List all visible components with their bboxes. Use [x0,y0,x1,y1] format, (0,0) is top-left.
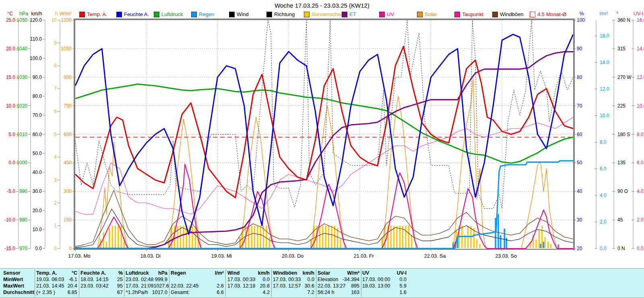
min-row: 17.03. 00:330.0 [273,277,314,283]
row-label-maxwert: MaxWert [3,283,34,289]
axis-tick-label: 25.0 [6,17,16,23]
sensor-header-text: Feuchte A. [80,270,106,276]
row-label-durchschnitt-text: Durchschnitt [3,290,34,296]
series-luftdruck-line [75,84,573,163]
axis-tick-label: 14.0 [637,46,644,52]
axis-tick-label: 10 [52,17,57,23]
max-row: 22.03. 22:452.6 [171,283,224,289]
weather-chart: °C25.020.015.010.05.00.0-5.0-10.0-15.0hP… [0,0,644,266]
axis-tick-label: 8 [54,63,57,68]
sensor-header-value: l/m² [215,270,224,276]
axis-tick-label: 0.0 [600,246,607,251]
max-row-value: 20.4 [68,283,77,289]
min-row-value: -34.394 [343,277,359,283]
axis-tick-label: 0.0 [35,246,42,251]
sensor-header-text: Windböen [273,270,297,276]
axis-tick-label: 1200 [61,17,72,23]
weather-week-chart-page: Woche 17.03.25 - 23.03.25 (KW12) Temp. A… [0,0,644,298]
axis-tick-label: 40.0 [33,170,42,175]
avg-row-value: 6.6 [217,290,224,296]
day-label: 20.03. Do [282,253,303,259]
axis-tick-label: -5.0 [7,188,15,194]
max-row: 23.03. 03:4295 [80,283,123,289]
axis-tick-label: 2 [54,200,57,206]
axis-tick-label: 360 N [617,17,630,23]
avg-row-value: 67 [117,290,123,296]
min-row-text: 17.03. 00:33 [227,277,256,283]
max-row-value: 1027.6 [154,283,169,289]
max-row-text: 22.03. 22:45 [171,283,199,289]
min-row: Elevation-34.394 [318,277,359,283]
axis-tick-label: 60 [577,132,582,137]
axis-unit-label: ° [617,11,619,17]
axis-tick-label: 70.0 [33,112,42,118]
table-column-divider [361,269,361,297]
min-row-value: 0.0 [263,277,270,283]
table-column-divider [271,269,272,297]
avg-row: 7.2 [273,290,314,296]
sensor-header-text: Solar [318,270,330,276]
plot-border-top [74,19,575,20]
sensor-header: Temp. A.°C [36,270,77,276]
axis-tick-label: 6 [54,109,57,114]
max-row: 17.03. 12:5730.6 [273,283,314,289]
table-column-divider [35,269,35,297]
axis-tick-label: 1040 [17,46,27,52]
table-column-divider [225,269,226,297]
avg-row-value: 1017.0 [152,290,167,296]
axis-tick-label: 45 [617,217,623,223]
avg-row: 67 [80,290,123,296]
axis-tick-label: 0 [69,246,72,251]
sensor-header: Windkm/h [227,270,270,276]
axis-tick-label: 900 [64,74,72,80]
max-row-value: 895 [351,283,359,289]
max-row: 18.03. 13:005.9 [362,283,407,289]
table-column-divider [169,269,169,297]
axis-tick-label: 970 [19,246,27,251]
axis-tick-label: 0.0 [8,160,15,166]
axis-tick-label: 2.0 [600,219,607,225]
min-row-value: 0.0 [400,277,407,283]
sensor-header-value: hPa [158,270,167,276]
axis-tick-label: 90.0 [33,74,42,80]
sensor-header-text: Regen [171,270,186,276]
axis-tick-label: 20.0 [6,46,16,52]
axis-tick-label: 1050 [61,46,72,52]
axis-tick-label: 0 [54,246,57,251]
row-label-minwert-text: MinWert [3,277,23,283]
min-row: 17.03. 00:330.0 [227,277,270,283]
axis-tick-label: 450 [64,160,72,166]
max-row-text: 17.03. 21:09 [126,283,154,289]
axis-unit-label: % [579,11,584,17]
sensor-header-value: km/h [258,270,270,276]
avg-row: 4.2 [227,290,270,296]
avg-row: 56:24 h163 [318,290,359,296]
avg-row-value: 1.6 [400,290,407,296]
stats-table: SensorMinWertMaxWertDurchschnittTemp. A.… [0,268,644,298]
min-row: 19.03. 06:03-6.1 [36,277,77,283]
sensor-header-text: Luftdruck [126,270,149,276]
sensor-header: SolarW/m² [318,270,359,276]
avg-row: Gesamt:6.6 [171,290,224,296]
axis-tick-label: 10.0 [6,103,16,109]
avg-row-text: 56:24 h [318,290,334,296]
min-row-text: 17.03. 00:00 [362,277,390,283]
max-row: 17.03. 21:091027.6 [126,283,167,289]
row-label-minwert: MinWert [3,277,34,283]
axis-tick-label: 50 [577,160,582,166]
min-row-value: 25 [117,277,123,283]
max-row-text: 23.03. 03:42 [80,283,109,289]
day-label: 21.03. Fr [354,253,374,259]
avg-row: ^1.2hPa/h1017.0 [126,290,167,296]
sensor-header: LuftdruckhPa [126,270,167,276]
max-row-value: 5.9 [400,283,407,289]
sensor-header: Feuchte A.% [80,270,123,276]
sensor-header: UVUV-I [362,270,407,276]
axis-unit-label: W/m² [60,11,72,17]
axis-tick-label: -10.0 [4,217,16,223]
sensor-header-text: UV [362,270,369,276]
plot-axis-bottom [74,249,575,250]
axis-tick-label: 7 [54,86,57,91]
axis-tick-label: 980 [19,217,27,223]
max-row-text: 21.03. 14:45 [36,283,64,289]
